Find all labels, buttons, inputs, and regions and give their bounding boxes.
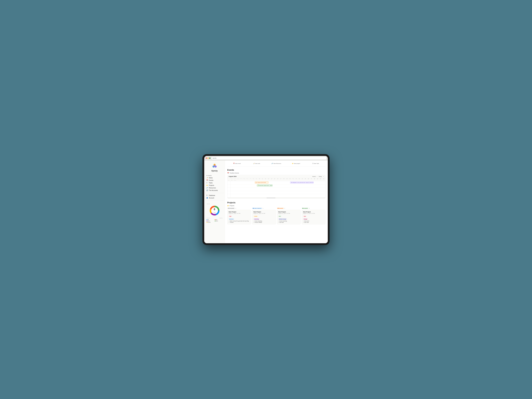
new-event-button[interactable]: 📅 New event (227, 162, 247, 165)
new-project-button[interactable]: 📁 New project (286, 162, 306, 165)
cal-controls: Month ‹ Today › (312, 176, 324, 177)
under-treatment-label: Under treatment (254, 208, 261, 209)
day-9: 9 (255, 178, 258, 180)
sidebar-item-notes[interactable]: 📝 Notes (205, 177, 224, 179)
new-resource-button[interactable]: 🔗 New Resource (266, 162, 286, 165)
new-task-button[interactable]: ☰ New Task (306, 162, 325, 165)
new-event-marker: 🌱 (258, 185, 259, 186)
priority-tag-0: high (229, 215, 232, 217)
day-27: 27 (310, 178, 313, 180)
task-label-0-1: Youtube (230, 222, 234, 223)
project-tasks-0: ✦ Make money from gumroad sell any thing… (229, 220, 250, 223)
legend-label-4: $1006 (208, 222, 210, 223)
new-event-icon: 📅 (233, 163, 235, 164)
day-11: 11 (261, 178, 264, 180)
day-19: 19 (285, 178, 289, 180)
day-24: 24 (301, 178, 304, 180)
new-resource-icon: 🔗 (272, 163, 273, 164)
not-started-label: Not started (229, 208, 234, 209)
under-treatment-count: 1 (263, 208, 263, 209)
new-event-label: New event (235, 163, 241, 164)
new-task-icon: ☰ (312, 163, 313, 164)
project-title-3: New Project (303, 211, 324, 213)
category-tag-1: marketing (253, 218, 260, 220)
cal-today-button[interactable]: Today (318, 176, 322, 177)
day-29: 29 (316, 178, 319, 180)
day-30: 30 (319, 178, 322, 180)
project-date-1: August 31, 2024 7:47 PM (253, 213, 274, 214)
task-check-icon: ✦ (278, 222, 279, 223)
cal-prev-button[interactable]: ‹ (316, 176, 317, 177)
do-it-date: August 9, 2024 4:00 PM (258, 182, 266, 183)
legend-dot-4 (207, 222, 207, 223)
sidebar-events-label: Events (209, 180, 213, 181)
calendar-grid: August 2024 Month ‹ Today › 1 2 (227, 175, 325, 198)
new-note-button[interactable]: 📝 New note (247, 162, 266, 165)
legend-label-1: $31 (216, 219, 217, 220)
canceled-count: 1 (285, 208, 285, 209)
donut-number: 6 (213, 208, 215, 211)
fullscreen-dot[interactable] (209, 158, 210, 159)
day-10: 10 (258, 178, 261, 180)
events-icon: 📅 (206, 180, 208, 181)
calendar-scrollbar[interactable] (228, 197, 325, 198)
sidebar-item-resources[interactable]: 🔗 Resources (205, 187, 224, 189)
badge-canceled: Canceled (277, 208, 284, 209)
project-title-2: New Project (278, 211, 299, 213)
day-4: 4 (240, 178, 243, 180)
legend-item-3: $291 (215, 221, 222, 222)
sidebar-item-database[interactable]: 🗄 Database (205, 194, 224, 197)
task-label-1-0: Email marketing (255, 221, 262, 222)
projects-section: Projects 📁 Projects Not started (227, 201, 325, 224)
cal-next-button[interactable]: › (323, 176, 324, 177)
calendar-toolbar: August 2024 Month ‹ Today › (228, 175, 325, 178)
sidebar-item-events[interactable]: 📅 Events (205, 179, 224, 182)
legend-item-4: $1006 (207, 222, 215, 223)
task-item: ✦ New Task (303, 222, 324, 223)
project-tasks-2: ✦ Email marketing ✦ New task (278, 220, 299, 223)
sidebar-item-the-accounts[interactable]: 🔄 The Accounts (205, 189, 224, 192)
close-dot[interactable] (206, 158, 207, 159)
task-item: ✦ Email marketing (253, 220, 274, 222)
sidebar-item-account[interactable]: 👤 Account (205, 197, 224, 199)
sidebar-item-projects[interactable]: 📁 Projects (205, 184, 224, 187)
donut-center: 6 Total (213, 208, 215, 213)
legend-item-2: $157 (207, 221, 215, 222)
kanban-header-complete: complete 1 (302, 208, 325, 209)
day-23: 23 (298, 178, 301, 180)
legend-dot-2 (207, 221, 207, 221)
project-title-1: New Project (253, 211, 274, 213)
scrollbar-thumb (266, 198, 275, 198)
do-it-title: Do it (255, 182, 257, 183)
minimize-dot[interactable] (208, 158, 209, 159)
project-card-not-started: New Project August 31, 2024 7:47 PM high… (227, 210, 251, 224)
row-label-0 (228, 181, 230, 184)
donut-pct-top: 1.06.7% (207, 203, 222, 204)
day-15: 15 (273, 178, 276, 180)
nav-home-label[interactable]: ▼ Home (205, 174, 224, 177)
legend-dot-3 (215, 221, 215, 221)
browser-dots (206, 158, 210, 159)
task-check-icon: ✦ (229, 222, 229, 223)
legend-grid: $0 $31 $157 $291 (207, 219, 222, 223)
browser-window: Syncly Syncly ▼ Home (204, 156, 328, 243)
events-section: Events 📅 Timeline Events August 2024 Mon… (227, 169, 325, 198)
new-note-label: New note (255, 163, 260, 164)
day-13: 13 (267, 178, 270, 180)
event-do-it[interactable]: Do it August 9, 2024 4:00 PM (255, 182, 268, 184)
day-22: 22 (295, 178, 298, 180)
browser-address-bar[interactable]: Syncly (212, 157, 326, 159)
event-add-wallpaper[interactable]: Add wallpaper to your gumroad store Augu… (290, 182, 314, 184)
project-date-2: August 31, 2024 7:47 PM (278, 213, 299, 214)
row-label-3 (228, 191, 230, 194)
event-new-event[interactable]: 🌱 New event August 6, 2024 → August 10, … (257, 184, 272, 186)
account-icon: 👤 (206, 197, 208, 199)
dot-under-treatment (253, 208, 253, 209)
browser-chrome: Syncly (204, 156, 328, 160)
projects-kanban: Not started 1 New Project August 31, 202… (227, 208, 325, 224)
day-28: 28 (313, 178, 316, 180)
day-3b: 3 (234, 180, 237, 181)
task-label-2-0: Email marketing (279, 221, 287, 222)
sidebar-item-tasks[interactable]: ☰ Tasks (205, 182, 224, 184)
sidebar: Syncly ▼ Home 📝 Notes 📅 Events ☰ Tasks (204, 160, 225, 243)
